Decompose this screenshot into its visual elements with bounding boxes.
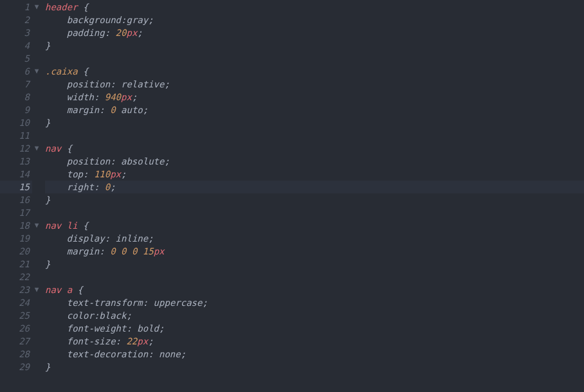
code-area[interactable]: header { background:gray; padding: 20px;… <box>32 0 584 373</box>
code-line[interactable]: text-decoration: none; <box>45 348 584 361</box>
code-line[interactable]: margin: 0 0 0 15px <box>45 245 584 258</box>
fold-icon[interactable]: ▼ <box>32 1 41 13</box>
fold-icon[interactable]: ▼ <box>32 283 41 296</box>
code-line[interactable] <box>45 129 584 142</box>
code-line[interactable]: top: 110px; <box>45 168 584 181</box>
code-line[interactable]: .caixa { <box>45 65 584 78</box>
line-number[interactable]: 5 <box>0 52 32 65</box>
line-number[interactable]: 12▼ <box>0 142 32 155</box>
line-number[interactable]: 20 <box>0 245 32 258</box>
code-line[interactable]: padding: 20px; <box>45 26 584 39</box>
line-number[interactable]: 11 <box>0 129 32 142</box>
code-line[interactable]: } <box>45 39 584 52</box>
code-line[interactable]: text-transform: uppercase; <box>45 296 584 309</box>
code-line[interactable]: right: 0; <box>45 181 584 193</box>
fold-icon[interactable]: ▼ <box>32 65 41 78</box>
line-number[interactable]: 24 <box>0 296 32 309</box>
line-number[interactable]: 13 <box>0 155 32 168</box>
line-number[interactable]: 27 <box>0 335 32 348</box>
code-line[interactable]: nav li { <box>45 219 584 232</box>
line-number[interactable]: 4 <box>0 39 32 52</box>
code-line[interactable]: } <box>45 258 584 271</box>
code-line[interactable]: color:black; <box>45 309 584 322</box>
code-line[interactable]: font-size: 22px; <box>45 335 584 348</box>
line-number[interactable]: 8 <box>0 91 32 103</box>
code-line[interactable] <box>45 52 584 65</box>
code-line[interactable]: nav a { <box>45 283 584 296</box>
line-number[interactable]: 28 <box>0 348 32 361</box>
code-line[interactable]: } <box>45 361 584 373</box>
line-number[interactable]: 15 <box>0 181 32 193</box>
line-number[interactable]: 21 <box>0 258 32 271</box>
line-number[interactable]: 26 <box>0 322 32 335</box>
code-line[interactable]: display: inline; <box>45 232 584 245</box>
line-number[interactable]: 19 <box>0 232 32 245</box>
line-number[interactable]: 2 <box>0 13 32 26</box>
line-number[interactable]: 29 <box>0 361 32 373</box>
code-line[interactable]: header { <box>45 1 584 13</box>
line-number[interactable]: 10 <box>0 116 32 129</box>
line-number[interactable]: 22 <box>0 271 32 283</box>
fold-icon[interactable]: ▼ <box>32 219 41 232</box>
code-line[interactable]: width: 940px; <box>45 91 584 103</box>
code-line[interactable] <box>45 206 584 219</box>
code-line[interactable] <box>45 271 584 283</box>
line-number[interactable]: 17 <box>0 206 32 219</box>
code-line[interactable]: font-weight: bold; <box>45 322 584 335</box>
code-line[interactable]: margin: 0 auto; <box>45 103 584 116</box>
line-number[interactable]: 6▼ <box>0 65 32 78</box>
code-editor[interactable]: 1▼23456▼789101112▼131415161718▼192021222… <box>0 0 584 373</box>
code-line[interactable]: } <box>45 116 584 129</box>
line-number[interactable]: 16 <box>0 193 32 206</box>
fold-icon[interactable]: ▼ <box>32 142 41 155</box>
code-line[interactable]: position: absolute; <box>45 155 584 168</box>
line-number[interactable]: 9 <box>0 103 32 116</box>
code-line[interactable]: } <box>45 193 584 206</box>
code-line[interactable]: position: relative; <box>45 78 584 91</box>
line-number[interactable]: 23▼ <box>0 283 32 296</box>
line-number[interactable]: 18▼ <box>0 219 32 232</box>
line-number[interactable]: 1▼ <box>0 1 32 13</box>
line-number[interactable]: 14 <box>0 168 32 181</box>
code-line[interactable]: background:gray; <box>45 13 584 26</box>
line-number[interactable]: 7 <box>0 78 32 91</box>
line-number[interactable]: 25 <box>0 309 32 322</box>
line-number-gutter[interactable]: 1▼23456▼789101112▼131415161718▼192021222… <box>0 0 32 373</box>
code-line[interactable]: nav { <box>45 142 584 155</box>
line-number[interactable]: 3 <box>0 26 32 39</box>
